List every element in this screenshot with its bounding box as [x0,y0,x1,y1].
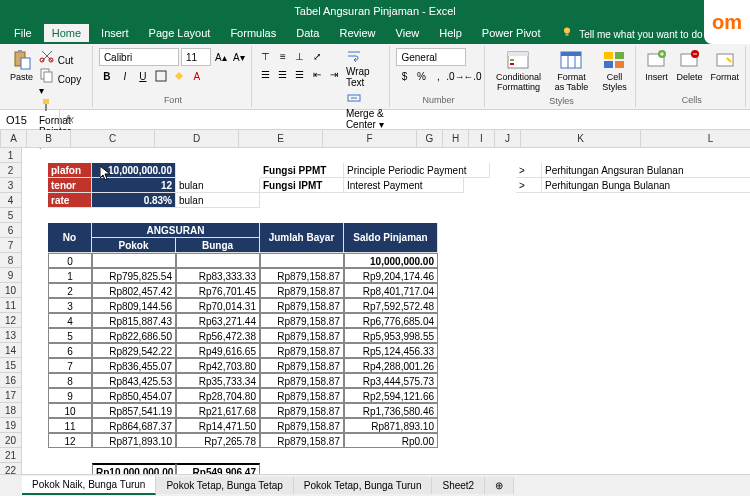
increase-decimal-button[interactable]: .0→ [447,68,463,84]
row-header[interactable]: 20 [0,433,21,448]
align-middle-button[interactable]: ≡ [275,48,291,64]
cell[interactable]: 8 [48,373,92,388]
menu-home[interactable]: Home [44,24,89,42]
cell[interactable]: Rp879,158.87 [260,343,344,358]
sheet-tab[interactable]: Pokok Tetap, Bunga Turun [294,477,433,494]
cell[interactable]: Rp879,158.87 [260,268,344,283]
func-ppmt-label[interactable]: Fungsi PPMT [260,163,344,178]
cell[interactable]: Rp836,455.07 [92,358,176,373]
cell[interactable]: Rp843,425.53 [92,373,176,388]
row-header[interactable]: 6 [0,223,21,238]
cell[interactable]: 5 [48,328,92,343]
cell[interactable]: Rp70,014.31 [176,298,260,313]
cell[interactable]: Rp42,703.80 [176,358,260,373]
col-header[interactable]: E [239,130,323,147]
wrap-text-button[interactable]: Wrap Text [346,48,386,88]
menu-view[interactable]: View [388,24,428,42]
font-size-select[interactable] [181,48,211,66]
func-ipmt-label[interactable]: Fungsi IPMT [260,178,344,193]
cell[interactable]: Rp809,144.56 [92,298,176,313]
italic-button[interactable]: I [117,68,133,84]
cell[interactable]: > [516,163,542,178]
cell[interactable]: Rp76,701.45 [176,283,260,298]
align-top-button[interactable]: ⊤ [258,48,274,64]
cell[interactable]: Rp5,953,998.55 [344,328,438,343]
row-header[interactable]: 14 [0,343,21,358]
row-header[interactable]: 1 [0,148,21,163]
row-header[interactable]: 16 [0,373,21,388]
cell[interactable] [260,253,344,268]
cell[interactable]: 0 [48,253,92,268]
cut-button[interactable]: Cut [39,48,88,66]
cell[interactable]: Principle Periodic Payment [344,163,490,178]
cell[interactable]: Rp879,158.87 [260,373,344,388]
col-header[interactable]: B [27,130,71,147]
cell[interactable]: Rp879,158.87 [260,358,344,373]
cell[interactable]: Rp879,158.87 [260,313,344,328]
cell[interactable]: Rp815,887.43 [92,313,176,328]
col-header[interactable]: J [495,130,521,147]
decrease-font-button[interactable]: A▾ [231,49,247,65]
menu-insert[interactable]: Insert [93,24,137,42]
row-header[interactable]: 22 [0,463,21,474]
format-cells-button[interactable]: Format [708,48,741,84]
row-header[interactable]: 9 [0,268,21,283]
cell[interactable]: Rp879,158.87 [260,328,344,343]
col-header[interactable]: L [641,130,750,147]
cell[interactable]: Rp14,471.50 [176,418,260,433]
menu-formulas[interactable]: Formulas [222,24,284,42]
cell[interactable]: Rp7,592,572.48 [344,298,438,313]
cell[interactable]: Rp829,542.22 [92,343,176,358]
copy-button[interactable]: Copy ▾ [39,67,88,96]
cell[interactable]: 1 [48,268,92,283]
cell[interactable]: 2 [48,283,92,298]
align-left-button[interactable]: ☰ [258,66,274,82]
increase-font-button[interactable]: A▴ [213,49,229,65]
cell-styles-button[interactable]: Cell Styles [597,48,631,94]
menu-file[interactable]: File [6,24,40,42]
row-header[interactable]: 5 [0,208,21,223]
sheet-tab[interactable]: Sheet2 [432,477,485,494]
cell[interactable]: Rp3,444,575.73 [344,373,438,388]
cell[interactable]: 6 [48,343,92,358]
fill-color-button[interactable] [171,68,187,84]
cell[interactable]: Interest Payment [344,178,464,193]
sheet-tab-active[interactable]: Pokok Naik, Bunga Turun [22,476,156,495]
format-as-table-button[interactable]: Format as Table [549,48,593,94]
menu-power-pivot[interactable]: Power Pivot [474,24,549,42]
col-header[interactable]: A [1,130,27,147]
number-format-select[interactable] [396,48,466,66]
row-header[interactable]: 12 [0,313,21,328]
cell[interactable]: Perhitungan Bunga Bulanan [542,178,750,193]
cell[interactable]: Rp6,776,685.04 [344,313,438,328]
accounting-format-button[interactable]: $ [396,68,412,84]
cell[interactable]: Perhitungan Angsuran Bulanan [542,163,750,178]
orientation-button[interactable]: ⤢ [309,48,325,64]
cell[interactable]: Saldo Pinjaman [344,223,438,253]
cell[interactable]: 0.83% [92,193,176,208]
cell[interactable]: bulan [176,178,260,193]
cell[interactable]: 11 [48,418,92,433]
col-header[interactable]: G [417,130,443,147]
cell[interactable]: Rp850,454.07 [92,388,176,403]
font-name-select[interactable] [99,48,179,66]
cell[interactable]: bulan [176,193,260,208]
cell[interactable]: Rp879,158.87 [260,298,344,313]
conditional-formatting-button[interactable]: Conditional Formatting [491,48,545,94]
row-header[interactable]: 17 [0,388,21,403]
indent-dec-button[interactable]: ⇤ [309,66,325,82]
cell[interactable]: Rp795,825.54 [92,268,176,283]
row-header[interactable]: 11 [0,298,21,313]
cell[interactable]: tenor [48,178,92,193]
col-header[interactable]: C [71,130,155,147]
col-header[interactable]: K [521,130,641,147]
cell[interactable]: Rp822,686.50 [92,328,176,343]
cell[interactable]: Rp8,401,717.04 [344,283,438,298]
cell[interactable]: Jumlah Bayar [260,223,344,253]
cell[interactable]: Rp802,457.42 [92,283,176,298]
decrease-decimal-button[interactable]: ←.0 [464,68,480,84]
underline-button[interactable]: U [135,68,151,84]
cell[interactable]: Rp549,906.47 [176,463,260,474]
cell[interactable]: Rp10,000,000.00 [92,463,176,474]
cell[interactable]: Rp4,288,001.26 [344,358,438,373]
